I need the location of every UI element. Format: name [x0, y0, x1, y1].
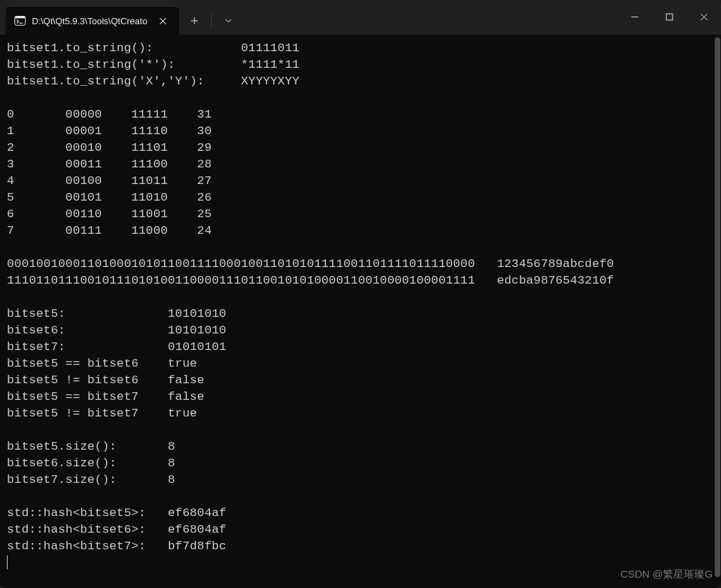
- close-icon: [700, 13, 708, 21]
- minimize-icon: [631, 13, 639, 21]
- window-controls: [617, 0, 721, 35]
- scrollbar-thumb[interactable]: [715, 37, 720, 577]
- titlebar-drag-area[interactable]: [244, 0, 617, 35]
- terminal-window: D:\Qt\Qt5.9.3\Tools\QtCreato: [0, 0, 721, 588]
- watermark: CSDN @繁星璀璨G: [620, 568, 713, 581]
- titlebar[interactable]: D:\Qt\Qt5.9.3\Tools\QtCreato: [0, 0, 721, 35]
- maximize-button[interactable]: [652, 3, 686, 30]
- tab-title: D:\Qt\Qt5.9.3\Tools\QtCreato: [32, 16, 147, 26]
- terminal-area: bitset1.to_string(): 01111011 bitset1.to…: [0, 35, 721, 588]
- svg-rect-1: [15, 17, 26, 19]
- cursor: [7, 555, 8, 569]
- plus-icon: [190, 17, 199, 25]
- minimize-button[interactable]: [617, 3, 652, 30]
- scrollbar[interactable]: [714, 35, 721, 588]
- terminal-output[interactable]: bitset1.to_string(): 01111011 bitset1.to…: [0, 35, 714, 588]
- chevron-down-icon: [224, 17, 232, 25]
- svg-rect-8: [666, 14, 673, 20]
- close-icon: [159, 17, 167, 25]
- new-tab-button[interactable]: [179, 7, 210, 35]
- cmd-icon: [14, 15, 26, 27]
- close-window-button[interactable]: [686, 3, 721, 30]
- tab-dropdown-button[interactable]: [213, 7, 244, 35]
- tab-actions: [179, 7, 244, 35]
- divider: [211, 13, 212, 28]
- active-tab[interactable]: D:\Qt\Qt5.9.3\Tools\QtCreato: [6, 7, 179, 35]
- tab-close-button[interactable]: [154, 12, 172, 30]
- maximize-icon: [666, 13, 673, 21]
